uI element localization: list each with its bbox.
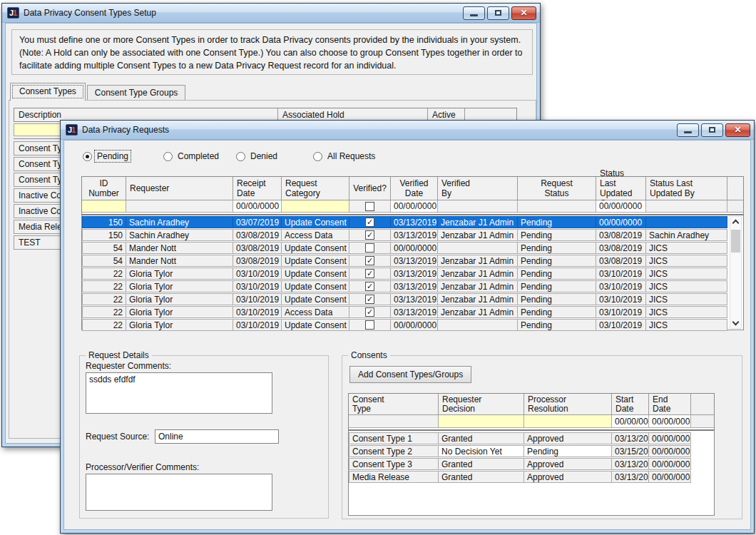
minimize-button[interactable] <box>677 123 699 137</box>
filter-verified[interactable] <box>349 200 391 213</box>
radio-button-icon <box>163 152 173 161</box>
processor-comments-textarea[interactable] <box>86 474 272 511</box>
filter-stub <box>691 415 714 428</box>
titlebar-consent-types-setup[interactable]: J1 Data Privacy Consent Types Setup ✕ <box>2 4 540 23</box>
consents-rows: Consent Type 1GrantedApproved03/13/20100… <box>349 431 714 483</box>
col-verified[interactable]: Verified? <box>349 177 391 200</box>
scroll-up-icon[interactable] <box>732 220 740 227</box>
requester-comments-label: Requester Comments: <box>86 361 171 371</box>
filter-start-date[interactable]: 00/00/000 <box>612 415 649 428</box>
consent-row[interactable]: Consent Type 1GrantedApproved03/13/20100… <box>349 432 692 444</box>
verified-filter-checkbox[interactable] <box>365 202 374 211</box>
window-title: Data Privacy Requests <box>82 125 675 135</box>
requester-comments-textarea[interactable]: ssdds efdfdf <box>86 372 272 414</box>
col-receipt-date[interactable]: ReceiptDate <box>233 177 282 200</box>
maximize-button[interactable] <box>487 6 509 20</box>
close-button[interactable]: ✕ <box>725 123 750 137</box>
filter-end-date[interactable]: 00/00/000 <box>649 415 691 428</box>
close-button[interactable]: ✕ <box>511 6 536 20</box>
request-row-selected[interactable]: 150Sachin Aradhey03/07/2019Update Consen… <box>82 216 729 228</box>
filter-requester[interactable] <box>126 200 233 213</box>
filter-verified-date[interactable]: 00/00/0000 <box>391 200 438 213</box>
request-row[interactable]: 22Gloria Tylor03/10/2019Update Consent✓0… <box>82 293 729 305</box>
filter-status-last-updated-on[interactable]: 00/00/0000 <box>596 200 646 213</box>
request-details-group: Request Details Requester Comments: ssdd… <box>79 355 329 519</box>
verified-checkbox[interactable]: ✓ <box>365 269 374 278</box>
col-verified-date[interactable]: VerifiedDate <box>391 177 438 200</box>
close-icon: ✕ <box>734 126 741 134</box>
add-consent-types-groups-button[interactable]: Add Consent Types/Groups <box>349 366 471 383</box>
close-icon: ✕ <box>520 9 527 17</box>
consents-group: Consents Add Consent Types/Groups Consen… <box>342 355 742 519</box>
titlebar-data-privacy-requests[interactable]: J1 Data Privacy Requests ✕ <box>61 121 754 140</box>
col-verified-by[interactable]: VerifiedBy <box>438 177 518 200</box>
radio-pending[interactable]: Pending <box>83 151 163 162</box>
j1-app-icon: J1 <box>66 124 78 136</box>
processor-comments-label: Processor/Verifier Comments: <box>86 462 199 472</box>
col-start-date[interactable]: StartDate <box>612 394 649 415</box>
col-request-status[interactable]: RequestStatus <box>518 177 596 200</box>
filter-id-number[interactable] <box>82 200 126 213</box>
request-row[interactable]: 22Gloria Tylor03/10/2019Update Consent✓0… <box>82 268 729 280</box>
request-source-input[interactable]: Online <box>155 429 279 444</box>
j1-app-icon: J1 <box>7 7 19 19</box>
filter-processor-resolution[interactable] <box>524 415 612 428</box>
maximize-icon <box>495 10 501 16</box>
grid-vertical-scrollbar[interactable] <box>730 216 742 329</box>
col-requester-decision[interactable]: RequesterDecision <box>439 394 524 415</box>
radio-denied[interactable]: Denied <box>236 151 313 162</box>
window-data-privacy-requests: J1 Data Privacy Requests ✕ Pending Compl… <box>60 120 755 534</box>
radio-button-icon <box>313 152 322 161</box>
instructions-text: You must define one or more Consent Type… <box>11 29 533 75</box>
radio-completed[interactable]: Completed <box>163 151 236 162</box>
verified-checkbox[interactable]: ✓ <box>365 282 374 291</box>
col-consent-type[interactable]: ConsentType <box>349 394 439 415</box>
filter-request-status[interactable] <box>518 200 596 213</box>
filter-receipt-date[interactable]: 00/00/0000 <box>233 200 282 213</box>
request-row[interactable]: 150Sachin Aradhey03/08/2019Access Data✓0… <box>82 229 729 241</box>
col-status-last-updated-on[interactable]: Status LastUpdated On <box>596 177 646 200</box>
filter-requester-decision[interactable] <box>439 415 524 428</box>
col-end-date[interactable]: EndDate <box>649 394 691 415</box>
request-status-radio-group: Pending Completed Denied All Requests <box>83 151 377 162</box>
request-row[interactable]: 54Mander Nott03/08/2019Update Consent✓03… <box>82 255 729 267</box>
maximize-button[interactable] <box>701 123 723 137</box>
filter-status-last-updated-by[interactable] <box>646 200 727 213</box>
maximize-icon <box>709 127 715 133</box>
minimize-button[interactable] <box>463 6 485 20</box>
consents-header: ConsentType RequesterDecision ProcessorR… <box>349 394 714 415</box>
verified-checkbox[interactable] <box>365 243 374 253</box>
consent-row[interactable]: Media ReleaseGrantedApproved03/13/20100/… <box>349 471 692 483</box>
col-status-last-updated-by[interactable]: Status LastUpdated By <box>646 177 727 200</box>
request-row[interactable]: 22Gloria Tylor03/10/2019Update Consent00… <box>82 319 729 331</box>
verified-checkbox[interactable]: ✓ <box>365 295 374 304</box>
tab-consent-type-groups[interactable]: Consent Type Groups <box>87 85 186 101</box>
tab-bar: Consent Types Consent Type Groups <box>10 83 187 101</box>
request-row[interactable]: 54Mander Nott03/08/2019Update Consent00/… <box>82 242 729 254</box>
scrollbar-thumb[interactable] <box>731 230 740 253</box>
col-id-number[interactable]: ID Number <box>82 177 126 200</box>
verified-checkbox[interactable]: ✓ <box>365 230 374 240</box>
window-title: Data Privacy Consent Types Setup <box>24 8 461 18</box>
col-request-category[interactable]: RequestCategory <box>282 177 349 200</box>
verified-checkbox[interactable]: ✓ <box>365 218 374 227</box>
consent-row[interactable]: Consent Type 3GrantedApproved03/13/20100… <box>349 458 692 470</box>
verified-checkbox[interactable]: ✓ <box>365 256 374 265</box>
filter-verified-by[interactable] <box>438 200 518 213</box>
scroll-down-icon[interactable] <box>732 319 740 326</box>
consent-row[interactable]: Consent Type 2No Decision YetPending03/1… <box>349 445 692 457</box>
request-row[interactable]: 22Gloria Tylor03/10/2019Access Data✓03/1… <box>82 306 729 318</box>
verified-checkbox[interactable]: ✓ <box>365 307 374 317</box>
minimize-icon <box>684 131 692 133</box>
grid-header: ID Number Requester ReceiptDate RequestC… <box>82 177 743 200</box>
filter-consent-type[interactable] <box>349 415 439 428</box>
col-processor-resolution[interactable]: ProcessorResolution <box>524 394 612 415</box>
radio-all-requests[interactable]: All Requests <box>313 151 377 162</box>
col-requester[interactable]: Requester <box>126 177 233 200</box>
verified-checkbox[interactable] <box>365 320 374 330</box>
filter-request-category[interactable] <box>282 200 349 213</box>
grid-rows: 150Sachin Aradhey03/07/2019Update Consen… <box>82 215 743 331</box>
request-source-label: Request Source: <box>86 432 149 442</box>
tab-consent-types[interactable]: Consent Types <box>10 83 86 101</box>
request-row[interactable]: 22Gloria Tylor03/10/2019Update Consent✓0… <box>82 280 729 292</box>
